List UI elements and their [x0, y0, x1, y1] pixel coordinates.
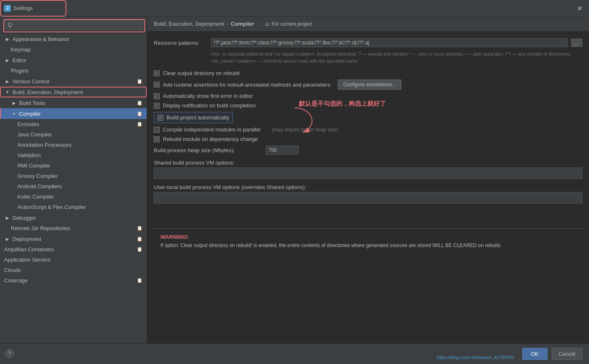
- sidebar-item-clouds[interactable]: Clouds: [0, 265, 147, 275]
- checkbox-note-compile-parallel: (may require larger heap size): [272, 127, 338, 133]
- sidebar-item-label: Groovy Compiler: [17, 173, 58, 179]
- blog-link[interactable]: https://blog.csdn.net/weixin_42789301: [437, 355, 514, 360]
- checkbox-row-build-auto: Build project automatically: [154, 112, 233, 123]
- sidebar-item-editor[interactable]: ▶ Editor: [0, 55, 147, 66]
- annotation-overlay: Build project automatically 默认是不勾选的，构选上就…: [154, 112, 582, 123]
- search-box: [0, 17, 147, 34]
- sidebar-item-app-servers[interactable]: Application Servers: [0, 255, 147, 265]
- checkbox-add-runtime[interactable]: [154, 82, 160, 87]
- resource-patterns-button[interactable]: ...: [571, 39, 582, 47]
- sidebar-item-label: Version Control: [12, 78, 49, 85]
- sidebar-item-label: Android Compilers: [17, 183, 62, 189]
- sidebar-item-excludes[interactable]: Excludes 📋: [0, 119, 147, 129]
- user-vm-input[interactable]: [154, 192, 582, 204]
- user-vm-row: User-local build process VM options (ove…: [154, 184, 582, 204]
- arrow-icon: ▶: [4, 78, 11, 85]
- sidebar-item-label: Debugger: [12, 215, 36, 221]
- main-container: ▶ Appearance & Behavior Keymap ▶ Editor …: [0, 17, 589, 343]
- sidebar-item-label: Keymap: [11, 46, 31, 53]
- heap-row: Build process heap size (Mbytes):: [154, 146, 582, 155]
- project-link[interactable]: 🗂 For current project: [265, 21, 312, 27]
- checkbox-row-clear-output: Clear output directory on rebuild: [154, 70, 582, 76]
- shared-vm-input[interactable]: [154, 167, 582, 179]
- sidebar-item-label: Appearance & Behavior: [12, 36, 69, 42]
- sidebar-item-deployment[interactable]: ▶ Deployment 📋: [0, 233, 147, 244]
- checkbox-label-rebuild-module: Rebuild module on dependency change: [163, 136, 258, 142]
- configure-annotations-button[interactable]: Configure annotations...: [338, 80, 401, 90]
- help-button[interactable]: ?: [5, 349, 14, 358]
- copy-icon: 📋: [137, 121, 143, 127]
- sidebar-item-label: Compiler: [19, 111, 41, 117]
- checkbox-label-display-notification: Display notification on build completion: [163, 102, 256, 109]
- copy-icon: 📋: [137, 247, 143, 252]
- sidebar-item-debugger[interactable]: ▶ Debugger: [0, 212, 147, 223]
- sidebar-item-annotation-processors[interactable]: Annotation Processors: [0, 140, 147, 150]
- arrow-icon: ▶: [4, 214, 11, 221]
- checkbox-clear-output[interactable]: [154, 70, 160, 76]
- arrow-icon: ▼: [4, 89, 11, 95]
- sidebar-item-label: Deployment: [12, 236, 41, 242]
- compiler-circle: [0, 108, 1, 119]
- sidebar-item-android-compilers[interactable]: Android Compilers: [0, 181, 147, 192]
- sidebar-item-rmi-compiler[interactable]: RMI Compiler: [0, 160, 147, 171]
- cancel-button[interactable]: Cancel: [552, 348, 582, 360]
- checkbox-row-add-runtime: Add runtime assertions for notnull-annot…: [154, 80, 582, 90]
- breadcrumb-arrow: ›: [227, 21, 228, 27]
- sidebar-item-appearance[interactable]: ▶ Appearance & Behavior: [0, 34, 147, 44]
- copy-icon: 📋: [137, 236, 143, 242]
- checkbox-label-compile-parallel: Compile independent modules in parallel: [163, 126, 260, 133]
- title-bar: J Settings ✕: [0, 0, 589, 17]
- checkbox-row-compile-parallel: Compile independent modules in parallel …: [154, 126, 582, 133]
- sidebar-item-label: Kotlin Compiler: [17, 194, 54, 200]
- sidebar-item-keymap[interactable]: Keymap: [0, 44, 147, 55]
- sidebar-item-label: Annotation Processors: [17, 142, 72, 148]
- search-input[interactable]: [4, 20, 143, 30]
- sidebar-item-groovy-compiler[interactable]: Groovy Compiler: [0, 171, 147, 181]
- checkbox-build-auto[interactable]: [158, 115, 163, 121]
- sidebar-item-java-compiler[interactable]: Java Compiler: [0, 129, 147, 140]
- checkbox-label-add-runtime: Add runtime assertions for notnull-annot…: [163, 82, 330, 88]
- sidebar-item-build-tools[interactable]: ▶ Build Tools 📋: [0, 97, 147, 108]
- checkbox-compile-parallel[interactable]: [154, 127, 160, 133]
- copy-icon: 📋: [137, 79, 143, 84]
- content-area: Build, Execution, Deployment › Compiler …: [147, 17, 589, 343]
- sidebar-item-label: Arquillian Containers: [4, 246, 54, 252]
- checkbox-rebuild-module[interactable]: [154, 136, 160, 142]
- sidebar-item-build-execution[interactable]: ▼ Build, Execution, Deployment: [0, 87, 147, 97]
- sidebar-item-coverage[interactable]: Coverage 📋: [0, 275, 147, 286]
- warning-text: If option 'Clear output directory on reb…: [160, 242, 576, 249]
- sidebar-item-label: Validation: [17, 152, 41, 158]
- sidebar-item-validation[interactable]: Validation: [0, 150, 147, 160]
- search-circle: [4, 20, 143, 30]
- resource-patterns-row: Resource patterns: ...: [154, 38, 582, 47]
- sidebar-item-arquillian[interactable]: Arquillian Containers 📋: [0, 244, 147, 255]
- sidebar-item-label: Excludes: [17, 121, 39, 127]
- checkbox-auto-show[interactable]: [154, 93, 160, 99]
- sidebar-item-version-control[interactable]: ▶ Version Control 📋: [0, 76, 147, 87]
- sidebar-item-compiler[interactable]: ▼ Compiler 📋: [0, 108, 147, 119]
- sidebar-item-label: Remote Jar Repositories: [11, 225, 70, 231]
- ok-button[interactable]: OK: [522, 348, 548, 360]
- checkbox-label-auto-show: Automatically show first error in editor: [163, 93, 253, 99]
- sidebar-item-label: Clouds: [4, 267, 21, 273]
- sidebar-item-plugins[interactable]: Plugins: [0, 66, 147, 76]
- sidebar-item-label: Plugins: [11, 68, 29, 74]
- sidebar-item-label: RMI Compiler: [17, 163, 50, 169]
- heap-input[interactable]: [266, 146, 299, 155]
- copy-icon: 📋: [137, 100, 143, 106]
- sidebar-item-actionscript[interactable]: ActionScript & Flex Compiler: [0, 202, 147, 212]
- bottom-bar: ? https://blog.csdn.net/weixin_42789301 …: [0, 343, 589, 364]
- arrow-icon: ▼: [11, 110, 17, 117]
- sidebar-item-remote-jar[interactable]: Remote Jar Repositories 📋: [0, 223, 147, 233]
- shared-vm-row: Shared build process VM options:: [154, 160, 582, 179]
- resource-patterns-input[interactable]: [211, 38, 568, 47]
- sidebar-item-kotlin-compiler[interactable]: Kotlin Compiler: [0, 192, 147, 202]
- project-label: For current project: [271, 21, 312, 27]
- sidebar-item-label: Java Compiler: [17, 131, 52, 138]
- sidebar-item-label: ActionScript & Flex Compiler: [17, 204, 86, 210]
- warning-title: WARNING!: [160, 234, 576, 240]
- checkbox-display-notification[interactable]: [154, 103, 160, 109]
- arrow-icon: ▶: [4, 235, 11, 242]
- checkbox-label-build-auto: Build project automatically: [167, 114, 229, 121]
- close-button[interactable]: ✕: [577, 4, 582, 12]
